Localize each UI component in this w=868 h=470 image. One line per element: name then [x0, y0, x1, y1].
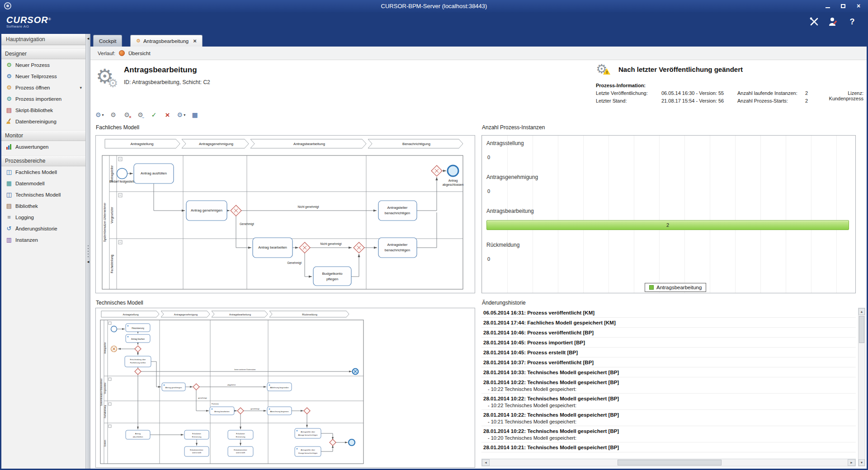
history-entry[interactable]: 28.01.2014 10:45: Prozess erstellt [BP] — [481, 348, 856, 357]
sidebar-item-instanzen[interactable]: ▥ Instanzen — [1, 234, 85, 245]
minimize-button[interactable] — [821, 1, 835, 10]
svg-text:Antrag genehmigen: Antrag genehmigen — [191, 208, 222, 212]
bpmn-gateway[interactable] — [431, 165, 442, 176]
bpmn-task[interactable]: Eskalation Erinnerung — [184, 430, 209, 439]
bpmn-gateway[interactable] — [330, 439, 336, 446]
collapse-left-icon[interactable]: ◄ — [86, 260, 90, 264]
scroll-left-button[interactable]: ◄ — [482, 459, 490, 466]
validate-button[interactable]: ✓ — [149, 109, 160, 120]
chart-category-label: Antragsbearbeitung — [486, 203, 855, 214]
bpmn-gateway[interactable] — [304, 408, 310, 414]
settings-menu-button[interactable]: ⚙ ▾ — [176, 109, 187, 120]
history-entry[interactable]: 06.05.2014 16:31: Prozess veröffentlicht… — [481, 308, 856, 318]
svg-text:Bedarf festgestellt: Bedarf festgestellt — [109, 180, 135, 183]
delete-button[interactable]: × — [162, 109, 173, 120]
sidebar-item-aenderungshistorie[interactable]: ↺ Änderungshistorie — [1, 223, 85, 234]
bpmn-task-antrag-genehmigen[interactable]: Antrag genehmigen — [162, 383, 185, 391]
bpmn-gateway[interactable] — [135, 346, 141, 352]
bpmn-task[interactable]: Abrechnung beginnen — [267, 407, 292, 415]
sidebar-item-fachliches-modell[interactable]: ◫ Fachliches Modell — [1, 166, 85, 178]
export-button[interactable]: ▦ — [189, 109, 200, 120]
bpmn-task[interactable]: Eskalationstimer wird erstellt — [184, 446, 209, 456]
sidebar-item-datenbereinigung[interactable]: Datenbereinigung — [1, 116, 85, 127]
history-entry[interactable]: 28.01.2014 17:44: Fachliches Modell gesp… — [481, 318, 856, 328]
bpmn-gateway[interactable] — [237, 408, 244, 414]
save-menu-button[interactable]: ⚙ ▾ — [94, 109, 105, 120]
sidebar-item-auswertungen[interactable]: Auswertungen — [1, 141, 85, 152]
edit-process-button[interactable]: ⚙ — [108, 109, 119, 120]
instances-chart-panel[interactable]: Antragsstellung 0 Antragsgenehmigung 0 A… — [481, 135, 856, 293]
history-entry[interactable]: 28.01.2014 10:37: Prozess veröffentlicht… — [481, 357, 856, 367]
bpmn-task[interactable]: Antrag abschließen — [126, 430, 150, 439]
bpmn-end-event[interactable] — [349, 439, 355, 446]
scroll-right-button[interactable]: ► — [848, 459, 855, 466]
sidebar-item-bibliothek[interactable]: ▤ Bibliothek — [1, 200, 85, 212]
bpmn-task-antragsteller-benachrichtigen[interactable]: Antragsteller benachrichtigen — [378, 201, 417, 221]
collapse-left-icon[interactable]: ◄ — [86, 37, 90, 41]
sidebar-item-prozess-importieren[interactable]: ⚙ Prozess importieren — [1, 93, 85, 104]
fachliches-modell-panel[interactable]: Antragstellung Antragsgenehmigung Antrag… — [95, 135, 475, 293]
bpmn-gateway[interactable] — [354, 242, 364, 253]
scroll-down-button[interactable]: ▼ — [859, 459, 865, 466]
tab-close-icon[interactable]: × — [193, 38, 197, 44]
bpmn-start-event[interactable] — [111, 326, 117, 332]
tools-button[interactable] — [808, 16, 820, 28]
history-horizontal-scrollbar[interactable]: ◄ ► — [481, 459, 856, 466]
bpmn-task-antragsteller-benachrichtigen[interactable]: Antragsteller benachrichtigen — [378, 238, 417, 258]
scrollbar-thumb[interactable] — [618, 460, 722, 465]
sidebar-splitter[interactable]: ◄ ◄ — [86, 34, 90, 469]
bpmn-task-antrag-genehmigen[interactable]: Antrag genehmigen — [186, 201, 227, 221]
bpmn-task-antrag-bearbeiten[interactable]: Antrag bearbeiten — [253, 238, 292, 258]
sidebar-item-technisches-modell[interactable]: ◫ Technisches Modell — [1, 189, 85, 200]
bpmn-gateway[interactable] — [231, 205, 241, 216]
bpmn-task[interactable]: Ablehnung begründen — [267, 383, 292, 391]
maximize-button[interactable] — [836, 1, 850, 10]
history-entry[interactable]: 28.01.2014 10:22: Technisches Modell ges… — [481, 426, 856, 442]
bpmn-gateway[interactable] — [135, 368, 141, 375]
bpmn-cancel-event[interactable] — [111, 346, 117, 352]
bpmn-gateway[interactable] — [299, 242, 310, 253]
sidebar-item-prozess-oeffnen[interactable]: ⚙ Prozess öffnen ▾ — [1, 82, 85, 93]
scrollbar-thumb[interactable] — [859, 316, 864, 343]
sidebar-item-logging[interactable]: ≡ Logging — [1, 212, 85, 223]
bpmn-task-antrag-ausfuellen[interactable]: Antrag ausfüllen — [134, 164, 174, 183]
bpmn-task[interactable]: Antragsteller über Zusage benachrichtige… — [295, 446, 321, 456]
breadcrumb-item-uebersicht[interactable]: Übersicht — [128, 51, 151, 56]
history-entry[interactable]: 28.01.2014 10:22: Technisches Modell ges… — [481, 377, 856, 394]
bpmn-task[interactable]: Eskalationstimer wird erstellt — [228, 446, 253, 456]
sidebar-item-neuer-prozess[interactable]: ⚙ Neuer Prozess — [1, 59, 85, 70]
history-entry[interactable]: 28.01.2014 10:46: Prozess veröffentlicht… — [481, 328, 856, 338]
tab-antragsbearbeitung[interactable]: ⚙ Antragsbearbeitung × — [130, 35, 203, 47]
chevron-down-icon[interactable]: ▾ — [80, 85, 82, 90]
sidebar-item-skript-bibliothek[interactable]: ▤ Skript-Bibliothek — [1, 104, 85, 116]
scroll-up-button[interactable]: ▲ — [859, 308, 865, 315]
history-vertical-scrollbar[interactable]: ▲ ▼ — [858, 308, 865, 466]
bpmn-task[interactable]: Historisierung — [126, 324, 150, 332]
tab-cockpit[interactable]: Cockpit — [93, 35, 122, 47]
history-entry[interactable]: 28.01.2014 10:21: Technisches Modell ges… — [481, 442, 856, 452]
sidebar-item-datenmodell[interactable]: ▦ Datenmodell — [1, 178, 85, 189]
bpmn-task[interactable]: Eskalation Erinnerung — [228, 430, 253, 439]
help-button[interactable]: ? — [846, 16, 858, 28]
bpmn-task[interactable]: Antragsteller über Absage benachrichtige… — [295, 428, 321, 438]
sidebar-item-neuer-teilprozess[interactable]: ⚙ Neuer Teilprozess — [1, 70, 85, 82]
bpmn-task-antrag-bearbeiten[interactable]: Antrag bearbeiten — [210, 407, 234, 415]
bpmn-gateway[interactable] — [193, 384, 199, 390]
close-button[interactable]: × — [852, 1, 865, 10]
bpmn-task-budgetkonto-pflegen[interactable]: Budgetkonto pflegen — [313, 267, 351, 286]
bpmn-task[interactable]: Antrag löschen — [126, 334, 150, 343]
bpmn-end-event[interactable] — [353, 369, 359, 375]
bpmn-end-event[interactable]: Antrag abgeschlossen — [443, 165, 464, 187]
remove-version-button[interactable]: ⚙ × — [122, 109, 132, 120]
technisches-modell-panel[interactable]: Antragstellung Antragsgenehmigung Antrag… — [95, 308, 475, 468]
lane-collapse-icon[interactable] — [108, 322, 111, 428]
sidebar-section-designer: Designer — [1, 48, 85, 59]
bpmn-task[interactable]: Entscheidung über Fortführung treffen — [125, 356, 151, 367]
splitter-grip[interactable] — [88, 245, 89, 246]
history-entry[interactable]: 28.01.2014 10:22: Technisches Modell ges… — [481, 394, 856, 410]
history-entry[interactable]: 28.01.2014 10:33: Technisches Modell ges… — [481, 367, 856, 377]
history-entry[interactable]: 28.01.2014 10:22: Technisches Modell ges… — [481, 410, 856, 426]
open-process-button[interactable]: ⚙ → — [135, 109, 146, 120]
history-entry[interactable]: 28.01.2014 10:45: Prozess importiert [BP… — [481, 338, 856, 348]
user-edit-button[interactable] — [827, 16, 839, 28]
